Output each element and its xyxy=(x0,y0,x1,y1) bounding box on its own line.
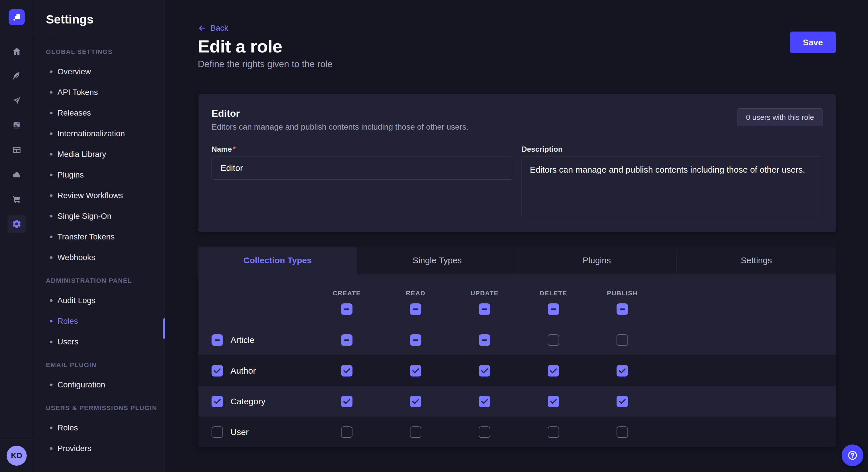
releases-send-icon[interactable] xyxy=(7,92,26,110)
row-author-checkbox[interactable] xyxy=(212,365,223,376)
back-link[interactable]: Back xyxy=(198,24,228,33)
settings-gear-icon[interactable] xyxy=(7,215,26,233)
users-with-role-button[interactable]: 0 users with this role xyxy=(737,108,823,126)
user-read-checkbox[interactable] xyxy=(410,427,422,438)
sidebar-item-releases[interactable]: Releases xyxy=(46,108,152,117)
users-permissions-list: Roles Providers xyxy=(46,423,165,453)
save-button[interactable]: Save xyxy=(790,32,836,53)
sidebar-item-media-library[interactable]: Media Library xyxy=(46,150,152,159)
question-icon xyxy=(847,450,858,461)
row-user-checkbox[interactable] xyxy=(212,427,223,438)
select-all-read-checkbox[interactable] xyxy=(410,303,422,315)
column-publish: PUBLISH xyxy=(588,274,657,325)
row-label: Author xyxy=(230,366,256,376)
sidebar-item-api-tokens[interactable]: API Tokens xyxy=(46,88,152,97)
category-delete-checkbox[interactable] xyxy=(548,396,559,407)
divider xyxy=(0,440,33,440)
rail-bottom: KD xyxy=(0,440,33,472)
page-subtitle: Define the rights given to the role xyxy=(198,59,836,69)
column-read: READ xyxy=(381,274,450,325)
row-head: Author xyxy=(198,365,312,376)
help-button[interactable] xyxy=(842,444,863,466)
permissions-section: Collection Types Single Types Plugins Se… xyxy=(198,247,836,447)
sidebar-item-providers[interactable]: Providers xyxy=(46,444,152,453)
row-article-checkbox[interactable] xyxy=(212,334,223,346)
row-category-checkbox[interactable] xyxy=(212,396,223,407)
app-root: KD Settings GLOBAL SETTINGS Overview API… xyxy=(0,0,868,472)
settings-subnav: Settings GLOBAL SETTINGS Overview API To… xyxy=(33,0,165,472)
cloud-icon[interactable] xyxy=(7,165,26,184)
role-name-heading: Editor xyxy=(212,108,823,119)
user-create-checkbox[interactable] xyxy=(341,427,352,438)
author-read-checkbox[interactable] xyxy=(410,365,422,376)
section-users-permissions-plugin: USERS & PERMISSIONS PLUGIN xyxy=(46,404,165,412)
sidebar-item-configuration[interactable]: Configuration xyxy=(46,380,152,390)
name-input[interactable] xyxy=(212,157,513,179)
column-delete: DELETE xyxy=(519,274,588,325)
user-delete-checkbox[interactable] xyxy=(548,427,559,438)
article-read-checkbox[interactable] xyxy=(410,334,422,346)
divider xyxy=(0,33,33,33)
category-read-checkbox[interactable] xyxy=(410,396,422,407)
article-publish-checkbox[interactable] xyxy=(617,334,628,346)
tab-settings[interactable]: Settings xyxy=(677,247,836,274)
sidebar-item-overview[interactable]: Overview xyxy=(46,67,152,76)
description-textarea[interactable]: Editors can manage and publish contents … xyxy=(522,157,823,217)
rail-icons xyxy=(7,36,26,233)
table-row-author: Author xyxy=(198,355,836,386)
sidebar-item-transfer-tokens[interactable]: Transfer Tokens xyxy=(46,232,152,241)
avatar[interactable]: KD xyxy=(7,446,27,466)
sidebar-item-roles-admin[interactable]: Roles xyxy=(46,316,152,326)
sidebar-item-single-sign-on[interactable]: Single Sign-On xyxy=(46,212,152,221)
strapi-logo[interactable] xyxy=(9,9,25,25)
title-underline xyxy=(46,33,60,33)
row-label: Article xyxy=(230,335,254,345)
home-icon[interactable] xyxy=(7,42,26,61)
article-update-checkbox[interactable] xyxy=(479,334,490,346)
select-all-update-checkbox[interactable] xyxy=(479,303,490,315)
author-create-checkbox[interactable] xyxy=(341,365,352,376)
marketplace-cart-icon[interactable] xyxy=(7,190,26,208)
row-label: User xyxy=(230,427,249,437)
tab-collection-types[interactable]: Collection Types xyxy=(198,247,358,274)
author-update-checkbox[interactable] xyxy=(479,365,490,376)
section-administration-panel: ADMINISTRATION PANEL xyxy=(46,277,165,284)
media-library-icon[interactable] xyxy=(7,116,26,134)
sidebar-item-users[interactable]: Users xyxy=(46,337,152,346)
table-row-article: Article xyxy=(198,325,836,355)
article-create-checkbox[interactable] xyxy=(341,334,352,346)
tab-single-types[interactable]: Single Types xyxy=(358,247,517,274)
content-manager-layout-icon[interactable] xyxy=(7,141,26,159)
content-type-builder-feather-icon[interactable] xyxy=(7,67,26,85)
category-update-checkbox[interactable] xyxy=(479,396,490,407)
sidebar-item-plugins[interactable]: Plugins xyxy=(46,170,152,179)
category-publish-checkbox[interactable] xyxy=(617,396,628,407)
user-publish-checkbox[interactable] xyxy=(617,427,628,438)
column-create: CREATE xyxy=(312,274,381,325)
permissions-header: CREATE READ UPDATE DELETE xyxy=(198,274,836,325)
subnav-title: Settings xyxy=(46,12,165,26)
required-asterisk: * xyxy=(233,145,236,154)
article-delete-checkbox[interactable] xyxy=(548,334,559,346)
name-field-group: Name* xyxy=(212,145,513,218)
main-content: Back Edit a role Define the rights given… xyxy=(165,0,868,472)
user-update-checkbox[interactable] xyxy=(479,427,490,438)
permissions-tabs: Collection Types Single Types Plugins Se… xyxy=(198,247,836,274)
sidebar-item-review-workflows[interactable]: Review Workflows xyxy=(46,191,152,200)
section-email-plugin: EMAIL PLUGIN xyxy=(46,361,165,369)
author-publish-checkbox[interactable] xyxy=(617,365,628,376)
select-all-publish-checkbox[interactable] xyxy=(617,303,628,315)
select-all-create-checkbox[interactable] xyxy=(341,303,352,315)
sidebar-item-webhooks[interactable]: Webhooks xyxy=(46,253,152,262)
table-row-category: Category xyxy=(198,386,836,417)
tab-plugins[interactable]: Plugins xyxy=(517,247,677,274)
description-field-group: Description Editors can manage and publi… xyxy=(522,145,823,218)
author-delete-checkbox[interactable] xyxy=(548,365,559,376)
section-global-settings: GLOBAL SETTINGS xyxy=(46,48,165,56)
category-create-checkbox[interactable] xyxy=(341,396,352,407)
select-all-delete-checkbox[interactable] xyxy=(548,303,559,315)
sidebar-item-audit-logs[interactable]: Audit Logs xyxy=(46,296,152,305)
sidebar-item-internationalization[interactable]: Internationalization xyxy=(46,129,152,138)
sidebar-item-roles-up[interactable]: Roles xyxy=(46,423,152,432)
email-plugin-list: Configuration xyxy=(46,380,165,390)
